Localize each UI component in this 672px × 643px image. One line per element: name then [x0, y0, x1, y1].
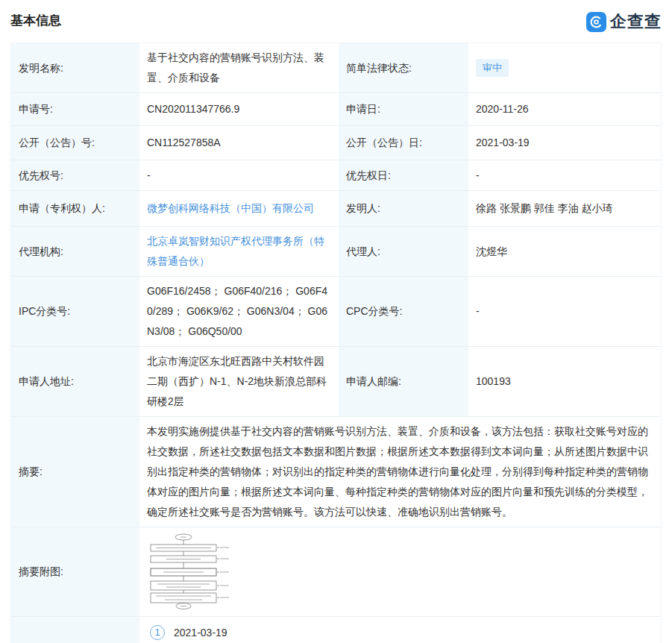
page-title: 基本信息	[10, 10, 61, 29]
field-value-cpc: -	[468, 277, 661, 346]
field-value-legal-status: 1 2021-03-19 公开	[139, 617, 661, 643]
field-label-publication-no: 公开（公告）号:	[11, 126, 139, 160]
qichacha-logo[interactable]: 企查查	[586, 10, 662, 33]
field-label-simple-legal-status: 简单法律状态:	[338, 43, 468, 92]
row-invention-name: 发明名称: 基于社交内容的营销账号识别方法、装置、介质和设备 简单法律状态: 审…	[11, 43, 661, 93]
field-value-publication-date: 2021-03-19	[468, 126, 661, 160]
field-value-priority-date: -	[468, 160, 661, 190]
patent-basic-info-page: 基本信息 企查查 发明名称: 基于社交内容的营销账号识别方法、装置、介质和设备 …	[0, 0, 672, 643]
field-label-legal-status: 法律状态:	[11, 617, 139, 643]
field-value-ipc: G06F16/2458； G06F40/216； G06F40/289； G06…	[139, 277, 338, 346]
agency-link[interactable]: 北京卓岚智财知识产权代理事务所（特殊普通合伙）	[147, 231, 330, 272]
field-value-abstract-figure	[139, 527, 661, 616]
field-label-abstract-figure: 摘要附图:	[11, 527, 139, 616]
row-applicant-inventors: 申请（专利权）人: 微梦创科网络科技（中国）有限公司 发明人: 徐路 张景鹏 郭…	[11, 191, 661, 227]
field-label-application-date: 申请日:	[338, 93, 468, 125]
field-value-agent: 沈煜华	[468, 227, 661, 276]
field-label-agent: 代理人:	[338, 227, 468, 276]
field-value-application-date: 2020-11-26	[468, 93, 661, 125]
row-application: 申请号: CN202011347766.9 申请日: 2020-11-26	[11, 93, 661, 126]
topbar: 基本信息 企查查	[10, 10, 662, 33]
field-value-applicant-zip: 100193	[468, 347, 661, 416]
row-agency-agent: 代理机构: 北京卓岚智财知识产权代理事务所（特殊普通合伙） 代理人: 沈煜华	[11, 227, 661, 277]
field-value-abstract: 本发明实施例提供基于社交内容的营销账号识别方法、装置、介质和设备，该方法包括：获…	[139, 417, 661, 527]
timeline-index-badge: 1	[150, 625, 165, 640]
field-label-cpc: CPC分类号:	[338, 277, 468, 346]
field-value-applicant: 微梦创科网络科技（中国）有限公司	[139, 191, 338, 226]
flowchart-icon	[147, 533, 233, 610]
field-value-priority-no: -	[139, 160, 338, 190]
field-value-publication-no: CN112527858A	[139, 126, 338, 160]
row-abstract-figure: 摘要附图:	[11, 527, 661, 617]
applicant-link[interactable]: 微梦创科网络科技（中国）有限公司	[147, 198, 314, 219]
legal-status-timeline-item: 1 2021-03-19 公开	[147, 624, 227, 643]
row-priority: 优先权号: - 优先权日: -	[11, 160, 661, 191]
field-value-inventors: 徐路 张景鹏 郭佳 李油 赵小琦	[468, 191, 661, 226]
field-value-applicant-address: 北京市海淀区东北旺西路中关村软件园二期（西扩）N-1、N-2地块新浪总部科研楼2…	[139, 347, 338, 416]
basic-info-table: 发明名称: 基于社交内容的营销账号识别方法、装置、介质和设备 简单法律状态: 审…	[10, 43, 662, 643]
abstract-figure-thumbnail[interactable]	[147, 533, 233, 610]
row-publication: 公开（公告）号: CN112527858A 公开（公告）日: 2021-03-1…	[11, 126, 661, 160]
row-legal-status: 法律状态: 1 2021-03-19 公开	[11, 617, 661, 643]
field-value-agency: 北京卓岚智财知识产权代理事务所（特殊普通合伙）	[139, 227, 338, 276]
row-address-zip: 申请人地址: 北京市海淀区东北旺西路中关村软件园二期（西扩）N-1、N-2地块新…	[11, 347, 661, 417]
field-label-priority-date: 优先权日:	[338, 160, 468, 190]
field-label-priority-no: 优先权号:	[11, 160, 139, 190]
field-label-applicant-zip: 申请人邮编:	[338, 347, 468, 416]
status-badge: 审中	[476, 59, 509, 77]
field-label-application-no: 申请号:	[11, 93, 139, 125]
qichacha-logo-text: 企查查	[610, 10, 662, 33]
qichacha-logo-icon	[586, 12, 606, 32]
row-abstract: 摘要: 本发明实施例提供基于社交内容的营销账号识别方法、装置、介质和设备，该方法…	[11, 417, 661, 527]
field-label-applicant-address: 申请人地址:	[11, 347, 139, 416]
field-value-simple-legal-status: 审中	[468, 43, 661, 92]
field-label-abstract: 摘要:	[11, 417, 139, 527]
timeline-date: 2021-03-19	[174, 624, 227, 641]
field-label-inventors: 发明人:	[338, 191, 468, 226]
field-label-agency: 代理机构:	[11, 227, 139, 276]
field-value-application-no: CN202011347766.9	[139, 93, 338, 125]
field-label-applicant: 申请（专利权）人:	[11, 191, 139, 226]
row-ipc-cpc: IPC分类号: G06F16/2458； G06F40/216； G06F40/…	[11, 277, 661, 347]
field-label-invention-name: 发明名称:	[11, 43, 139, 92]
field-label-publication-date: 公开（公告）日:	[338, 126, 468, 160]
field-value-invention-name: 基于社交内容的营销账号识别方法、装置、介质和设备	[139, 43, 338, 92]
field-label-ipc: IPC分类号:	[11, 277, 139, 346]
